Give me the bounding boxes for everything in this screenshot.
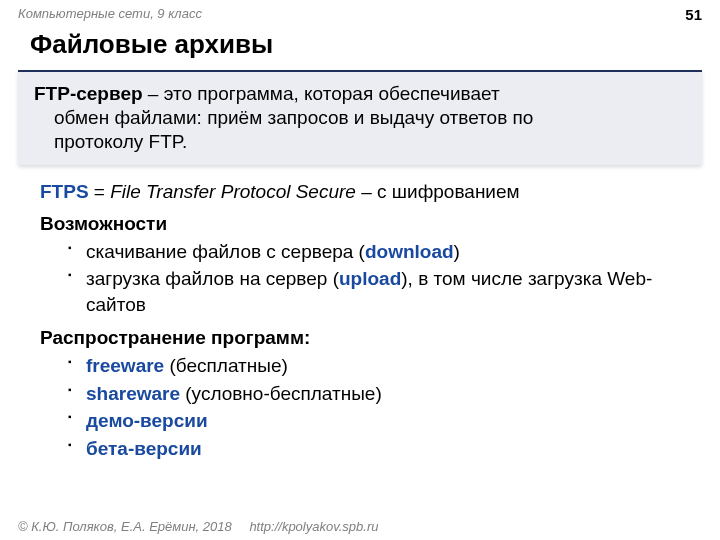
dist-kw-2: демо-версии bbox=[86, 410, 208, 431]
ftps-line: FTPS = File Transfer Protocol Secure – с… bbox=[40, 179, 690, 205]
distribution-list: freeware (бесплатные) shareware (условно… bbox=[40, 353, 690, 462]
definition-term: FTP-сервер bbox=[34, 83, 143, 104]
definition-line2: обмен файлами: приём запросов и выдачу о… bbox=[34, 106, 686, 130]
definition-rest1: это программа, которая обеспечивает bbox=[164, 83, 500, 104]
dist-post-0: (бесплатные) bbox=[164, 355, 288, 376]
content-area: FTPS = File Transfer Protocol Secure – с… bbox=[0, 175, 720, 461]
capabilities-heading: Возможности bbox=[40, 211, 690, 237]
header-row: Компьютерные сети, 9 класс 51 bbox=[0, 0, 720, 23]
dist-kw-3: бета-версии bbox=[86, 438, 202, 459]
page-number: 51 bbox=[685, 6, 702, 23]
list-item: скачивание файлов с сервера (download) bbox=[68, 239, 690, 265]
ftps-tail: – с шифрованием bbox=[356, 181, 520, 202]
cap-kw-0: download bbox=[365, 241, 454, 262]
definition-dash: – bbox=[143, 83, 164, 104]
course-label: Компьютерные сети, 9 класс bbox=[18, 6, 202, 21]
ftps-eq: = bbox=[89, 181, 111, 202]
cap-pre-1: загрузка файлов на сервер ( bbox=[86, 268, 339, 289]
capabilities-list: скачивание файлов с сервера (download) з… bbox=[40, 239, 690, 318]
cap-pre-0: скачивание файлов с сервера ( bbox=[86, 241, 365, 262]
slide-title: Файловые архивы bbox=[0, 23, 720, 70]
footer: © К.Ю. Поляков, Е.А. Ерёмин, 2018 http:/… bbox=[18, 519, 378, 534]
list-item: shareware (условно-бесплатные) bbox=[68, 381, 690, 407]
dist-post-1: (условно-бесплатные) bbox=[180, 383, 382, 404]
list-item: бета-версии bbox=[68, 436, 690, 462]
definition-line1: FTP-сервер – это программа, которая обес… bbox=[34, 82, 686, 106]
dist-kw-0: freeware bbox=[86, 355, 164, 376]
distribution-heading: Распространение программ: bbox=[40, 325, 690, 351]
ftps-expansion: File Transfer Protocol Secure bbox=[110, 181, 356, 202]
definition-box: FTP-сервер – это программа, которая обес… bbox=[18, 70, 702, 165]
footer-url: http://kpolyakov.spb.ru bbox=[249, 519, 378, 534]
footer-copyright: © К.Ю. Поляков, Е.А. Ерёмин, 2018 bbox=[18, 519, 232, 534]
cap-kw-1: upload bbox=[339, 268, 401, 289]
list-item: демо-версии bbox=[68, 408, 690, 434]
ftps-abbr: FTPS bbox=[40, 181, 89, 202]
list-item: загрузка файлов на сервер (upload), в то… bbox=[68, 266, 690, 317]
cap-post-0: ) bbox=[454, 241, 460, 262]
dist-kw-1: shareware bbox=[86, 383, 180, 404]
list-item: freeware (бесплатные) bbox=[68, 353, 690, 379]
definition-line3: протоколу FTP. bbox=[34, 130, 686, 154]
